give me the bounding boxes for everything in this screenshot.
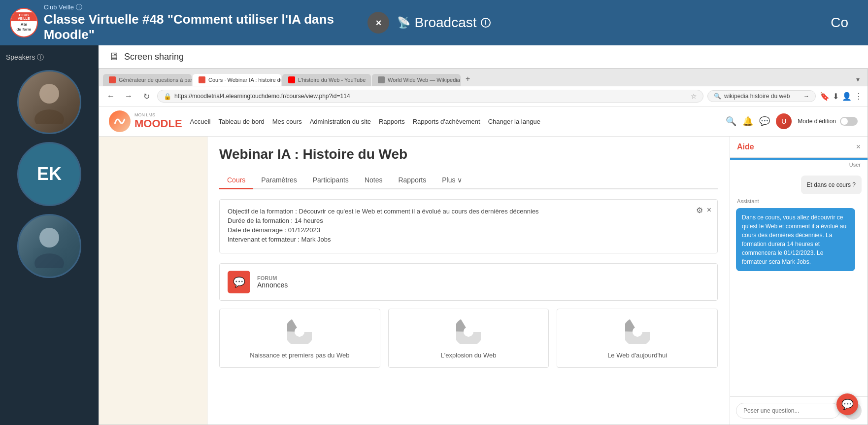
forum-annonces[interactable]: 💬 FORUM Annonces	[219, 263, 718, 301]
extensions-icon[interactable]: 🔖	[820, 92, 830, 101]
info-panel-header: ⚙ ×	[696, 206, 711, 215]
screen-sharing-header: 🖥 Screen sharing	[99, 45, 868, 69]
moodle-notification-icon[interactable]: 🔔	[742, 116, 753, 127]
moodle-logo-icon	[109, 110, 131, 132]
browser-tab-4[interactable]: World Wide Web — Wikipedia ×	[372, 74, 461, 86]
screen-sharing-title: Screen sharing	[124, 52, 184, 62]
info-line-formateur: Intervenant et formateur : Mark Jobs	[228, 236, 709, 243]
module-card-2[interactable]: L'explosion du Web	[388, 309, 549, 368]
broadcast-info-icon[interactable]: i	[481, 18, 491, 28]
edit-mode-toggle[interactable]: Mode d'édition	[798, 117, 858, 126]
speaker-avatar-3	[17, 214, 81, 278]
refresh-button[interactable]: ↻	[139, 89, 153, 103]
moodle-search-icon[interactable]: 🔍	[726, 116, 736, 127]
module-card-3[interactable]: Le Web d'aujourd'hui	[557, 309, 718, 368]
forum-icon: 💬	[228, 271, 250, 293]
assistant-message-text: Dans ce cours, vous allez découvrir ce q…	[742, 214, 846, 265]
moodle-nav-admin[interactable]: Administration du site	[310, 118, 371, 125]
ai-question-input[interactable]	[736, 403, 840, 419]
module2-chart-icon	[454, 317, 483, 347]
search-arrow-icon[interactable]: →	[803, 93, 809, 100]
module3-chart-icon	[623, 317, 652, 347]
forum-info: FORUM Annonces	[257, 275, 288, 289]
search-bar[interactable]: 🔍 wikipedia histoire du web →	[707, 90, 816, 102]
edit-mode-label: Mode d'édition	[798, 118, 836, 125]
tab4-label: World Wide Web — Wikipedia	[388, 77, 460, 83]
moodle-nav-rapports-ach[interactable]: Rapports d'achèvement	[413, 118, 480, 125]
search-text: wikipedia histoire du web	[724, 93, 790, 100]
ai-panel-title: Aide	[737, 142, 754, 151]
speaker1-silhouette	[30, 80, 69, 124]
moodle-nav-mes-cours[interactable]: Mes cours	[272, 118, 302, 125]
account-icon[interactable]: 👤	[842, 92, 852, 101]
ai-labels: User	[730, 160, 868, 170]
broadcast-section: 📡 Broadcast i	[397, 15, 490, 31]
edit-mode-switch[interactable]	[840, 117, 858, 126]
panel-settings-icon[interactable]: ⚙	[696, 206, 703, 215]
logo-bottom-text: Atédu form	[15, 21, 32, 33]
browser-tab-2[interactable]: Cours · Webinar IA : histoire du... ×	[193, 74, 281, 86]
tab3-label: L'histoire du Web - YouTube	[298, 77, 366, 83]
forward-button[interactable]: →	[122, 89, 135, 103]
club-veille-logo: CLUB VEILLE Atédu form	[10, 8, 38, 37]
tab-participants[interactable]: Participants	[305, 172, 357, 189]
speaker-avatar-2: EK	[17, 142, 81, 206]
module1-chart-icon	[285, 317, 314, 347]
module2-name: L'explosion du Web	[441, 352, 497, 359]
browser-tab-3[interactable]: L'histoire du Web - YouTube ×	[282, 74, 371, 86]
speakers-label: Speakers ⓘ	[0, 53, 44, 62]
tab-rapports[interactable]: Rapports	[390, 172, 434, 189]
floating-chat-button[interactable]: 💬	[836, 393, 858, 415]
ai-panel-close-button[interactable]: ×	[856, 142, 861, 151]
moodle-label-main: MOODLE	[134, 118, 182, 130]
header-left: CLUB VEILLE Atédu form Club Veille ⓘ Cla…	[10, 3, 367, 42]
speakers-sidebar: Speakers ⓘ EK	[0, 45, 99, 425]
panel-close-icon[interactable]: ×	[707, 206, 711, 215]
moodle-nav-tableau[interactable]: Tableau de bord	[218, 118, 264, 125]
screen-icon: 🖥	[108, 50, 119, 63]
header-center: × 📡 Broadcast i	[367, 12, 490, 34]
speaker-avatar-1	[17, 70, 81, 134]
tab-plus[interactable]: Plus ∨	[434, 172, 470, 189]
new-tab-button[interactable]: +	[462, 72, 474, 86]
ai-assistant-label: Assistant	[736, 198, 862, 204]
logo-top-text: CLUB VEILLE	[11, 12, 37, 21]
tab3-close-icon[interactable]: ×	[370, 76, 371, 83]
moodle-logo-text: MON LMS MOODLE	[134, 113, 182, 130]
address-bar[interactable]: 🔒 https://moodletrial4.elearningtouchdem…	[157, 90, 703, 103]
moodle-header-right: 🔍 🔔 💬 U Mode d'édition	[726, 113, 858, 129]
module-card-1[interactable]: Naissance et premiers pas du Web	[219, 309, 380, 368]
tabs-dropdown-icon[interactable]: ▾	[852, 73, 864, 86]
moodle-content: MON LMS MOODLE Accueil Tableau de bord M…	[99, 106, 868, 425]
download-icon[interactable]: ⬇	[833, 92, 839, 101]
ai-panel-header: Aide ×	[730, 137, 868, 158]
header-right: Co	[491, 15, 858, 31]
tab3-favicon	[288, 76, 295, 83]
top-header: CLUB VEILLE Atédu form Club Veille ⓘ Cla…	[0, 0, 868, 45]
tab-cours[interactable]: Cours	[219, 172, 253, 189]
tab-notes[interactable]: Notes	[357, 172, 391, 189]
moodle-messages-icon[interactable]: 💬	[759, 116, 770, 127]
chat-bubble-icon: 💬	[841, 398, 854, 410]
course-tabs: Cours Paramètres Participants Notes Rapp…	[219, 172, 718, 189]
bookmark-icon[interactable]: ☆	[691, 92, 697, 100]
forum-type: FORUM	[257, 275, 288, 281]
close-button[interactable]: ×	[367, 12, 389, 34]
menu-dots-icon[interactable]: ⋮	[855, 92, 863, 101]
co-label: Co	[831, 15, 848, 31]
moodle-page: Webinar IA : Histoire du Web Cours Param…	[99, 137, 868, 425]
browser-frame: Générateur de questions à par... × Cours…	[99, 69, 868, 425]
user-message-text: Et dans ce cours ?	[807, 181, 856, 188]
url-text: https://moodletrial4.elearningtouchdemo.…	[174, 93, 688, 100]
browser-tab-1[interactable]: Générateur de questions à par... ×	[103, 74, 192, 86]
back-button[interactable]: ←	[104, 89, 118, 103]
header-title-block: Club Veille ⓘ Classe Virtuelle #48 "Comm…	[44, 3, 368, 42]
tab-parametres[interactable]: Paramètres	[253, 172, 304, 189]
moodle-nav-accueil[interactable]: Accueil	[190, 118, 211, 125]
module3-name: Le Web d'aujourd'hui	[607, 352, 667, 359]
moodle-wave-icon	[112, 114, 127, 129]
broadcast-antenna-icon: 📡	[397, 16, 410, 29]
moodle-nav-rapports[interactable]: Rapports	[379, 118, 405, 125]
moodle-user-avatar[interactable]: U	[776, 113, 792, 129]
moodle-nav-langue[interactable]: Changer la langue	[488, 118, 540, 125]
